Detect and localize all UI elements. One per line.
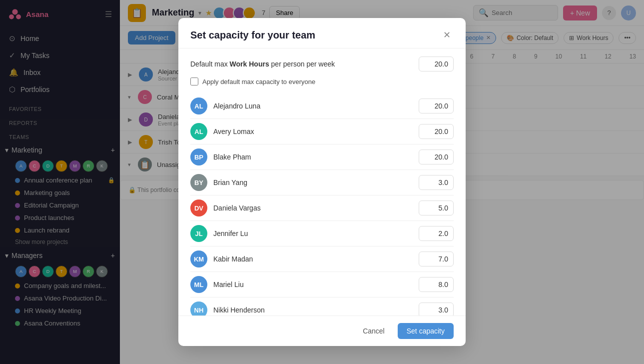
modal-footer: Cancel Set capacity bbox=[178, 316, 466, 346]
person-avatar: NH bbox=[190, 302, 207, 315]
person-name: Mariel Liu bbox=[213, 280, 413, 288]
person-row: KM Kabir Madan bbox=[190, 246, 454, 272]
person-hours-input[interactable] bbox=[419, 277, 454, 292]
set-capacity-modal: Set capacity for your team ✕ Default max… bbox=[178, 18, 466, 346]
person-hours-input[interactable] bbox=[419, 252, 454, 266]
person-row: ML Mariel Liu bbox=[190, 272, 454, 298]
default-hours-input[interactable] bbox=[419, 56, 454, 72]
person-avatar: ML bbox=[190, 276, 207, 293]
person-hours-input[interactable] bbox=[419, 200, 454, 216]
person-hours-input[interactable] bbox=[419, 302, 454, 315]
modal-overlay: Set capacity for your team ✕ Default max… bbox=[0, 0, 644, 364]
person-name: Kabir Madan bbox=[213, 255, 413, 263]
person-hours-input[interactable] bbox=[419, 226, 454, 241]
person-avatar: AL bbox=[190, 123, 207, 140]
person-avatar: BP bbox=[190, 148, 207, 166]
person-row: AL Alejandro Luna bbox=[190, 94, 454, 119]
person-name: Alejandro Luna bbox=[213, 102, 413, 110]
person-avatar: JL bbox=[190, 225, 207, 242]
person-row: BY Brian Yang bbox=[190, 170, 454, 196]
set-capacity-button[interactable]: Set capacity bbox=[398, 323, 454, 339]
person-hours-input[interactable] bbox=[419, 175, 454, 190]
default-capacity-row: Default max Work Hours per person per we… bbox=[190, 56, 454, 72]
person-row: AL Avery Lomax bbox=[190, 119, 454, 144]
person-row: NH Nikki Henderson bbox=[190, 298, 454, 315]
people-list: AL Alejandro Luna AL Avery Lomax BP Blak… bbox=[190, 94, 454, 315]
person-hours-input[interactable] bbox=[419, 124, 454, 139]
person-name: Nikki Henderson bbox=[213, 306, 413, 314]
person-avatar: AL bbox=[190, 98, 207, 114]
person-row: BP Blake Pham bbox=[190, 144, 454, 170]
modal-title: Set capacity for your team bbox=[190, 30, 315, 41]
person-avatar: DV bbox=[190, 200, 207, 216]
modal-header: Set capacity for your team ✕ bbox=[178, 18, 466, 48]
person-name: Brian Yang bbox=[213, 178, 413, 186]
apply-default-label[interactable]: Apply default max capacity to everyone bbox=[202, 78, 315, 86]
person-name: Jennifer Lu bbox=[213, 230, 413, 238]
person-avatar: KM bbox=[190, 250, 207, 268]
person-hours-input[interactable] bbox=[419, 150, 454, 164]
person-name: Avery Lomax bbox=[213, 128, 413, 136]
person-row: JL Jennifer Lu bbox=[190, 221, 454, 246]
modal-body: Default max Work Hours per person per we… bbox=[178, 48, 466, 315]
person-avatar: BY bbox=[190, 174, 207, 191]
default-label: Default max Work Hours per person per we… bbox=[190, 60, 335, 68]
cancel-button[interactable]: Cancel bbox=[356, 323, 392, 339]
person-hours-input[interactable] bbox=[419, 98, 454, 114]
person-row: DV Daniela Vargas bbox=[190, 196, 454, 221]
apply-default-row: Apply default max capacity to everyone bbox=[190, 78, 454, 86]
person-name: Daniela Vargas bbox=[213, 204, 413, 212]
person-name: Blake Pham bbox=[213, 153, 413, 161]
apply-default-checkbox[interactable] bbox=[190, 78, 198, 86]
modal-close-button[interactable]: ✕ bbox=[440, 28, 454, 42]
